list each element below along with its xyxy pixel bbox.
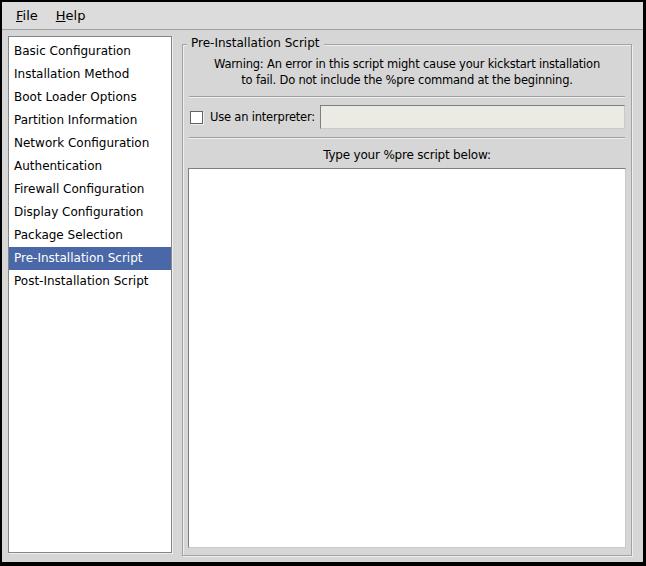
sidebar-item-display-configuration[interactable]: Display Configuration bbox=[9, 201, 171, 224]
menu-file[interactable]: File bbox=[7, 5, 47, 26]
sidebar-item-pre-installation-script[interactable]: Pre-Installation Script bbox=[9, 247, 171, 270]
sidebar-item-network-configuration[interactable]: Network Configuration bbox=[9, 132, 171, 155]
pre-script-textarea[interactable] bbox=[188, 168, 626, 548]
menu-help[interactable]: Help bbox=[47, 5, 95, 26]
warning-line-1: Warning: An error in this script might c… bbox=[188, 56, 626, 72]
sidebar-item-basic-configuration[interactable]: Basic Configuration bbox=[9, 40, 171, 63]
separator bbox=[189, 96, 625, 98]
use-interpreter-label: Use an interpreter: bbox=[203, 110, 320, 124]
interpreter-input[interactable] bbox=[320, 105, 625, 129]
menu-bar: File Help bbox=[2, 2, 643, 30]
frame-title: Pre-Installation Script bbox=[187, 36, 324, 50]
use-interpreter-checkbox[interactable] bbox=[190, 111, 203, 124]
sidebar-item-firewall-configuration[interactable]: Firewall Configuration bbox=[9, 178, 171, 201]
menu-help-mnemonic: H bbox=[56, 8, 66, 23]
warning-line-2: to fail. Do not include the %pre command… bbox=[188, 72, 626, 88]
pre-installation-frame: Pre-Installation Script Warning: An erro… bbox=[182, 44, 632, 556]
sidebar-item-partition-information[interactable]: Partition Information bbox=[9, 109, 171, 132]
warning-text: Warning: An error in this script might c… bbox=[188, 56, 626, 88]
script-label: Type your %pre script below: bbox=[188, 148, 626, 162]
sidebar-list: Basic ConfigurationInstallation MethodBo… bbox=[8, 36, 172, 553]
separator bbox=[189, 137, 625, 139]
menu-file-label: ile bbox=[23, 8, 38, 23]
sidebar-item-installation-method[interactable]: Installation Method bbox=[9, 63, 171, 86]
sidebar-item-authentication[interactable]: Authentication bbox=[9, 155, 171, 178]
sidebar-item-package-selection[interactable]: Package Selection bbox=[9, 224, 171, 247]
sidebar-item-boot-loader-options[interactable]: Boot Loader Options bbox=[9, 86, 171, 109]
menu-help-label: elp bbox=[66, 8, 86, 23]
interpreter-row: Use an interpreter: bbox=[190, 105, 625, 129]
sidebar-item-post-installation-script[interactable]: Post-Installation Script bbox=[9, 270, 171, 293]
app-window: File Help Basic ConfigurationInstallatio… bbox=[0, 0, 646, 566]
